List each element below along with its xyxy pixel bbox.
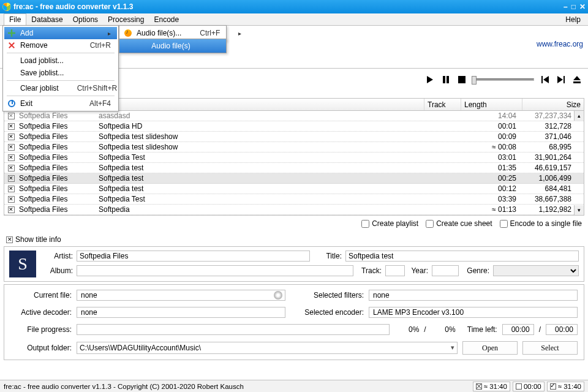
add-icon: [8, 29, 15, 37]
menu-processing[interactable]: Processing: [103, 14, 149, 25]
footer-seg-1: ≈ 31:40: [473, 382, 510, 391]
active-decoder-value: none: [77, 307, 285, 318]
cell-length: 00:12: [461, 184, 522, 193]
play-button[interactable]: [425, 75, 435, 85]
next-button[interactable]: [556, 75, 566, 85]
open-button[interactable]: Open: [462, 341, 518, 355]
cell-title: Softpedia: [97, 205, 424, 214]
menu-database[interactable]: Database: [26, 14, 67, 25]
submenu-audio-files[interactable]: Audio file(s)... Ctrl+F: [121, 27, 225, 39]
menu-file[interactable]: File: [4, 13, 26, 26]
menu-load-joblist[interactable]: Load joblist...: [4, 55, 117, 67]
status-bar: fre:ac - free audio converter v1.1.3 - C…: [0, 380, 588, 392]
scroll-up-button[interactable]: ▴: [574, 111, 584, 121]
table-row[interactable]: ✕Softpedia FilesSoftpedia test00:12684,4…: [4, 184, 584, 194]
table-row[interactable]: ✕Softpedia FilesSoftpedia test slideshow…: [4, 142, 584, 153]
footer-seg-2: 00:00: [513, 382, 545, 391]
cell-length: 01:35: [461, 164, 522, 172]
homepage-link[interactable]: www.freac.org: [537, 40, 583, 48]
table-row[interactable]: ✕Softpedia FilesSoftpedia test00:251,006…: [4, 173, 584, 184]
cell-artist: Softpedia Files: [18, 195, 97, 203]
row-checkbox[interactable]: ✕: [8, 144, 15, 151]
row-checkbox[interactable]: ✕: [8, 134, 15, 140]
artist-input[interactable]: [77, 251, 310, 262]
select-button[interactable]: Select: [522, 341, 578, 355]
cell-title: Softpedia test slideshow: [97, 132, 424, 141]
col-track[interactable]: Track: [424, 99, 461, 110]
title-input[interactable]: [345, 251, 579, 262]
cell-size: 1,006,499: [522, 174, 584, 183]
year-input[interactable]: [432, 265, 459, 276]
audio-icon: [124, 29, 132, 37]
cell-title: Softpedia test: [97, 184, 424, 193]
checkmark-icon: [550, 383, 556, 390]
svg-rect-1: [443, 76, 445, 83]
table-row[interactable]: ✕Softpedia FilesSoftpedia HD00:01312,728: [4, 121, 584, 132]
cell-artist: Softpedia Files: [18, 174, 97, 183]
row-checkbox[interactable]: ✕: [8, 175, 15, 182]
album-input[interactable]: [77, 265, 353, 276]
menu-separator: [7, 53, 115, 53]
menu-save-joblist[interactable]: Save joblist...: [4, 67, 117, 79]
footer-text: fre:ac - free audio converter v1.1.3 - C…: [4, 383, 244, 390]
create-cue-checkbox[interactable]: Create cue sheet: [426, 219, 492, 228]
table-row[interactable]: ✕Softpedia FilesSoftpedia≈ 01:131,192,98…: [4, 205, 584, 215]
time-left-label: Time left:: [461, 325, 497, 334]
encode-single-checkbox[interactable]: Encode to a single file: [500, 219, 582, 228]
create-playlist-checkbox[interactable]: Create playlist: [361, 219, 418, 228]
close-button[interactable]: ✕: [579, 2, 586, 11]
track-input[interactable]: [385, 265, 405, 276]
table-row[interactable]: ✕Softpedia FilesSoftpedia Test03:3938,66…: [4, 194, 584, 205]
menu-encode[interactable]: Encode: [149, 14, 184, 25]
time-left-1: 00:00: [502, 324, 534, 335]
col-length[interactable]: Length: [461, 99, 522, 110]
table-row[interactable]: ✕Softpedia Filesasasdasd14:0437,237,334: [4, 111, 584, 121]
menu-options[interactable]: Options: [68, 14, 103, 25]
cell-artist: Softpedia Files: [18, 132, 97, 141]
seek-slider[interactable]: [473, 78, 534, 81]
menu-remove[interactable]: Remove Ctrl+R: [4, 39, 117, 51]
minimize-button[interactable]: –: [564, 2, 568, 11]
show-title-info-checkbox[interactable]: ✕: [6, 236, 13, 243]
cell-artist: Softpedia Files: [18, 184, 97, 193]
menu-clear-joblist[interactable]: Clear joblist Ctrl+Shift+R: [4, 82, 117, 94]
table-row[interactable]: ✕Softpedia FilesSoftpedia test01:3546,61…: [4, 163, 584, 173]
pause-button[interactable]: [441, 75, 451, 85]
title-label: Title:: [314, 252, 342, 260]
submenu-audio-files-item[interactable]: Audio file(s): [119, 39, 226, 53]
file-progress-pct1: 0%: [394, 325, 419, 334]
row-checkbox[interactable]: ✕: [8, 196, 15, 203]
col-title[interactable]: [97, 99, 424, 110]
cell-artist: Softpedia Files: [18, 122, 97, 130]
stop-button[interactable]: [457, 75, 467, 85]
prev-button[interactable]: [540, 75, 550, 85]
svg-marker-8: [573, 76, 581, 80]
cell-length: 00:25: [461, 174, 522, 183]
cell-size: 371,046: [522, 132, 584, 141]
menu-add[interactable]: Add: [4, 27, 117, 39]
row-checkbox[interactable]: ✕: [8, 113, 15, 119]
eject-button[interactable]: [572, 75, 582, 85]
genre-select[interactable]: [493, 265, 579, 276]
row-checkbox[interactable]: ✕: [8, 206, 15, 213]
selected-filters-value: none: [369, 290, 578, 301]
cover-art: S: [9, 251, 36, 277]
row-checkbox[interactable]: ✕: [8, 123, 15, 130]
table-row[interactable]: ✕Softpedia FilesSoftpedia test slideshow…: [4, 132, 584, 142]
row-checkbox[interactable]: ✕: [8, 186, 15, 192]
row-checkbox[interactable]: ✕: [8, 165, 15, 172]
maximize-button[interactable]: □: [571, 2, 576, 11]
menu-help[interactable]: Help: [562, 14, 584, 25]
exit-icon: [8, 100, 15, 107]
row-checkbox[interactable]: ✕: [8, 154, 15, 161]
scroll-down-button[interactable]: ▾: [574, 205, 584, 215]
output-folder-combo[interactable]: C:\Users\WDAGUtilityAccount\Music\: [77, 342, 458, 354]
col-size[interactable]: Size: [522, 99, 584, 110]
svg-marker-5: [543, 76, 549, 83]
table-row[interactable]: ✕Softpedia FilesSoftpedia Test03:0131,90…: [4, 153, 584, 163]
cell-size: 31,901,264: [522, 153, 584, 162]
title-bar: fre:ac - free audio converter v1.1.3 – □…: [0, 0, 588, 13]
current-file-label: Current file:: [10, 291, 72, 300]
show-title-info-row: ✕ Show title info: [6, 235, 582, 244]
menu-exit[interactable]: Exit Alt+F4: [4, 97, 117, 110]
